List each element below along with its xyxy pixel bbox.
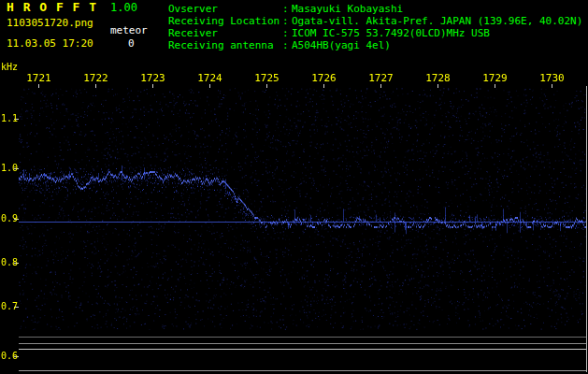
timestamp: 11.03.05 17:20 <box>7 38 93 50</box>
colon-separator: : <box>282 3 292 15</box>
info-label: Receiving antenna <box>168 39 282 51</box>
y-tick-label: 1.1 <box>0 113 18 124</box>
info-value: ICOM IC-575 53.7492(0LCD)MHz USB <box>292 27 490 39</box>
signal-panel-gridline <box>19 337 586 338</box>
x-tick-label: 1729 <box>482 73 508 84</box>
hrofft-output: H R O F F T1.00 1103051720.png meteor 11… <box>0 0 588 374</box>
y-tick-label: 0.7 <box>0 301 18 312</box>
x-axis-tick <box>38 84 39 88</box>
info-value: A504HB(yagi 4el) <box>292 39 391 51</box>
plot-right-border <box>586 86 587 372</box>
app-title: H R O F F T <box>7 0 97 14</box>
x-tick-label: 1727 <box>368 73 394 84</box>
y-tick-label: 0.6 <box>0 351 18 362</box>
mode-label: meteor <box>110 25 148 36</box>
colon-separator: : <box>282 39 292 51</box>
signal-panel-baseline <box>19 370 586 371</box>
signal-panel-gridline <box>19 349 586 350</box>
y-axis-unit: kHz <box>1 62 18 73</box>
x-tick-label: 1726 <box>311 73 337 84</box>
x-axis-tick <box>495 84 495 88</box>
colon-separator: : <box>282 27 292 39</box>
info-label: Receiving Location <box>168 15 282 27</box>
colon-separator: : <box>282 15 292 27</box>
x-tick-label: 1724 <box>197 73 222 84</box>
x-tick-label: 1721 <box>26 73 51 84</box>
x-axis-tick <box>552 84 552 88</box>
x-tick-label: 1725 <box>254 73 280 84</box>
signal-level-panel <box>0 335 588 374</box>
x-axis-tick <box>152 84 153 88</box>
info-value: Masayuki Kobayashi <box>292 3 403 15</box>
x-tick-label: 1723 <box>140 73 165 84</box>
y-tick-label: 0.9 <box>0 213 18 224</box>
x-tick-label: 1722 <box>83 73 108 84</box>
info-label: Receiver <box>168 27 282 39</box>
x-axis-tick <box>209 84 210 88</box>
station-info: Ovserver:Masayuki Kobayashi Receiving Lo… <box>168 3 582 51</box>
x-axis-tick <box>380 84 381 88</box>
x-axis-tick <box>95 84 96 88</box>
output-filename: 1103051720.png <box>7 18 93 29</box>
y-tick-label: 1.0 <box>0 163 18 174</box>
info-label: Ovserver <box>168 3 282 15</box>
info-row-location: Receiving Location:Ogata-vill. Akita-Pre… <box>168 15 582 27</box>
info-value: Ogata-vill. Akita-Pref. JAPAN (139.96E, … <box>292 15 582 27</box>
info-row-receiver: Receiver:ICOM IC-575 53.7492(0LCD)MHz US… <box>168 27 582 39</box>
x-axis-tick <box>266 84 267 88</box>
title-row: H R O F F T1.00 <box>7 2 137 14</box>
x-axis-tick <box>437 84 438 88</box>
info-row-observer: Ovserver:Masayuki Kobayashi <box>168 3 582 15</box>
x-tick-label: 1730 <box>539 73 565 84</box>
spectrogram-canvas <box>0 58 588 335</box>
x-axis-tick <box>323 84 324 88</box>
app-version: 1.00 <box>110 1 137 14</box>
y-tick-label: 0.8 <box>0 257 18 268</box>
signal-panel-gridline <box>19 343 586 344</box>
meteor-count: 0 <box>128 38 135 50</box>
x-tick-label: 1728 <box>425 73 451 84</box>
info-row-antenna: Receiving antenna:A504HB(yagi 4el) <box>168 39 582 51</box>
